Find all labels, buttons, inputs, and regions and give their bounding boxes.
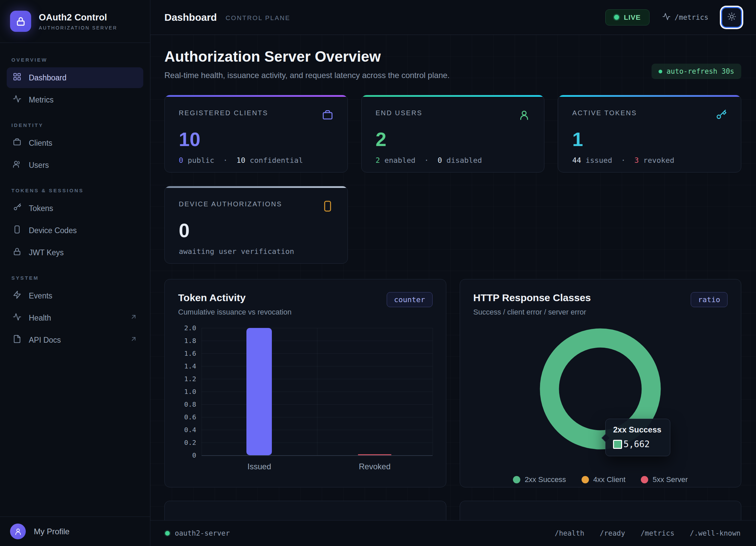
- chart-subtitle: Success / client error / server error: [473, 308, 591, 317]
- green-dot-icon: [659, 70, 662, 73]
- stat-subtext: 44 issued · 3 revoked: [572, 156, 727, 164]
- live-status-badge: LIVE: [605, 9, 650, 25]
- counter-badge: counter: [387, 292, 433, 307]
- sidebar-item-api-docs[interactable]: API Docs: [7, 330, 143, 350]
- sidebar-item-label: Metrics: [29, 95, 54, 105]
- bar-revoked: [358, 454, 391, 455]
- stat-accent-bar: [165, 186, 348, 188]
- profile-label: My Profile: [34, 527, 70, 536]
- sidebar-item-users[interactable]: Users: [7, 155, 143, 176]
- file-icon: [13, 335, 21, 345]
- stat-value: 10: [179, 130, 333, 149]
- app-name: OAuth2 Control: [39, 12, 118, 23]
- ratio-badge: ratio: [691, 292, 728, 307]
- footer-link[interactable]: /ready: [600, 529, 625, 537]
- stat-label: END USERS: [376, 109, 423, 117]
- stat-value: 2: [376, 130, 530, 149]
- tooltip-swatch-icon: [613, 440, 622, 449]
- stat-accent-bar: [165, 95, 348, 97]
- http-response-card: HTTP Response Classes Success / client e…: [460, 279, 742, 487]
- footer-link[interactable]: /metrics: [640, 529, 674, 537]
- sidebar-item-label: Users: [29, 161, 49, 170]
- stat-accent-bar: [558, 95, 741, 97]
- users-icon: [13, 160, 21, 170]
- y-axis-labels: 2.01.81.61.41.21.00.80.60.40.20: [178, 328, 196, 455]
- main-content: Authorization Server Overview Real-time …: [150, 35, 756, 520]
- nav-section-label: IDENTITY: [11, 122, 143, 128]
- next-cards-partial: [164, 501, 741, 520]
- briefcase-icon: [322, 109, 333, 122]
- sidebar-item-label: Dashboard: [29, 73, 67, 82]
- external-link-icon: [130, 313, 137, 323]
- lock-logo-icon: [10, 11, 31, 32]
- sidebar-item-label: JWT Keys: [29, 248, 64, 257]
- metrics-endpoint-link[interactable]: /metrics: [662, 12, 708, 22]
- footer-links: /health/ready/metrics/.well-known: [555, 529, 741, 537]
- stat-value: 1: [572, 130, 727, 149]
- avatar: [10, 524, 26, 539]
- bar-chart-plot: [202, 328, 433, 455]
- dashboard-grid-icon: [13, 72, 21, 83]
- legend-label: 2xx Success: [525, 475, 566, 484]
- charts-row: Token Activity Cumulative issuance vs re…: [164, 279, 741, 487]
- sidebar-item-label: Tokens: [29, 204, 53, 213]
- sidebar-item-label: Health: [29, 314, 51, 323]
- sidebar-item-label: Device Codes: [29, 226, 77, 235]
- chart-tooltip: 2xx Success 5,662: [605, 419, 670, 456]
- zap-icon: [13, 290, 21, 301]
- external-link-icon: [130, 335, 137, 345]
- page-title: Authorization Server Overview: [164, 48, 450, 65]
- bar-category-label: Revoked: [317, 462, 433, 471]
- http-response-donut-chart: 2xx Success 5,662: [473, 322, 728, 469]
- sidebar-item-device-codes[interactable]: Device Codes: [7, 220, 143, 241]
- stat-label: REGISTERED CLIENTS: [179, 109, 268, 117]
- nav-section-label: OVERVIEW: [11, 57, 143, 63]
- footer: oauth2-server /health/ready/metrics/.wel…: [150, 520, 756, 546]
- stat-card-registered-clients: REGISTERED CLIENTS 10 0 public · 10 conf…: [164, 95, 348, 173]
- page-header-title: Dashboard: [164, 12, 217, 23]
- sidebar-item-tokens[interactable]: Tokens: [7, 198, 143, 219]
- token-activity-bar-chart: 2.01.81.61.41.21.00.80.60.40.20: [178, 328, 433, 455]
- metrics-link-label: /metrics: [675, 13, 708, 21]
- legend-item: 4xx Client: [582, 475, 626, 484]
- stat-accent-bar: [362, 95, 544, 97]
- stats-row-1: REGISTERED CLIENTS 10 0 public · 10 conf…: [164, 95, 741, 173]
- nav-section-label: TOKENS & SESSIONS: [11, 188, 143, 193]
- smartphone-icon: [13, 225, 21, 236]
- legend-item: 2xx Success: [513, 475, 566, 484]
- live-label: LIVE: [624, 13, 641, 21]
- sidebar-item-label: Events: [29, 291, 52, 300]
- bar-category-label: Issued: [202, 462, 317, 471]
- token-activity-card: Token Activity Cumulative issuance vs re…: [164, 279, 446, 487]
- chart-title: Token Activity: [178, 292, 292, 303]
- pulse-icon: [662, 12, 671, 22]
- auto-refresh-label: auto-refresh 30s: [667, 67, 734, 75]
- stat-subtext: awaiting user verification: [179, 247, 333, 256]
- sidebar-item-dashboard[interactable]: Dashboard: [7, 67, 143, 88]
- sidebar-item-my-profile[interactable]: My Profile: [0, 517, 150, 546]
- sidebar-item-metrics[interactable]: Metrics: [7, 89, 143, 110]
- main-area: Dashboard CONTROL PLANE LIVE /metrics Au…: [150, 0, 756, 546]
- theme-toggle-button[interactable]: [721, 7, 742, 28]
- footer-link[interactable]: /.well-known: [690, 529, 741, 537]
- nav-section-label: SYSTEM: [11, 275, 143, 281]
- sidebar-item-health[interactable]: Health: [7, 308, 143, 328]
- briefcase-icon: [13, 138, 21, 148]
- metrics-pulse-icon: [13, 94, 21, 105]
- stats-row-2: DEVICE AUTHORIZATIONS 0 awaiting user ve…: [164, 186, 741, 264]
- sidebar-item-events[interactable]: Events: [7, 285, 143, 306]
- donut-legend: 2xx Success4xx Client5xx Server: [473, 475, 728, 484]
- page-subtitle: Real-time health, issuance activity, and…: [164, 71, 450, 80]
- stat-label: ACTIVE TOKENS: [572, 109, 637, 117]
- smartphone-icon: [322, 200, 333, 213]
- legend-dot-icon: [513, 476, 520, 483]
- server-name: oauth2-server: [175, 529, 230, 537]
- app-tagline: AUTHORIZATION SERVER: [39, 25, 118, 30]
- footer-link[interactable]: /health: [555, 529, 585, 537]
- live-dot-icon: [614, 15, 619, 20]
- sidebar-item-clients[interactable]: Clients: [7, 133, 143, 153]
- legend-label: 5xx Server: [653, 475, 688, 484]
- stat-value: 0: [179, 221, 333, 240]
- sidebar-item-jwt-keys[interactable]: JWT Keys: [7, 242, 143, 263]
- x-axis-labels: IssuedRevoked: [202, 462, 433, 471]
